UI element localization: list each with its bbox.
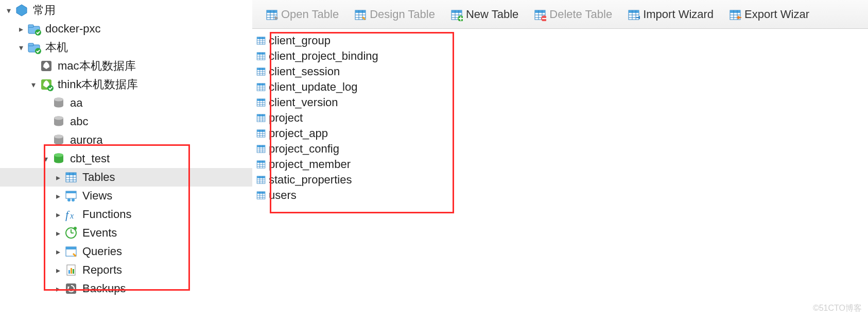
table-icon (255, 112, 267, 124)
t-design-icon (353, 8, 367, 21)
table-item[interactable]: project_member (255, 157, 868, 172)
table-item[interactable]: project (255, 110, 868, 126)
folder-link-icon (27, 40, 41, 55)
table-item[interactable]: client_version (255, 95, 868, 110)
node-functions[interactable]: Functions (0, 205, 252, 224)
expand-caret[interactable] (53, 210, 64, 220)
table-item[interactable]: project_app (255, 126, 868, 141)
expand-caret[interactable] (53, 265, 64, 275)
node-reports[interactable]: Reports (0, 261, 252, 279)
expand-caret[interactable] (3, 6, 14, 15)
export-wizard-button[interactable]: Export Wizar (721, 0, 817, 28)
tool-label: Open Table (281, 8, 339, 21)
new-table-button[interactable]: New Table (442, 0, 526, 28)
table-name: client_update_log (269, 80, 357, 94)
conn-local[interactable]: 本机 (0, 38, 252, 57)
tree-item-label: think本机数据库 (57, 77, 138, 92)
table-icon (255, 81, 267, 93)
report-icon (64, 263, 78, 277)
table-icon (255, 159, 267, 170)
tree-item-label: abc (69, 115, 88, 128)
db-think-local[interactable]: think本机数据库 (0, 75, 252, 94)
toolbar: Open TableDesign TableNew TableDelete Ta… (252, 0, 868, 29)
expand-caret[interactable] (40, 154, 51, 164)
expand-caret[interactable] (28, 80, 39, 90)
table-name: project_app (269, 127, 328, 140)
table-name: project_config (269, 142, 339, 156)
tree-item-label: docker-pxc (44, 22, 101, 36)
schema-abc[interactable]: abc (0, 112, 252, 131)
views-icon (64, 189, 78, 203)
table-icon (255, 66, 267, 77)
group-frequent[interactable]: 常用 (0, 1, 252, 20)
expand-caret[interactable] (15, 43, 27, 53)
tree-item-label: 常用 (32, 3, 56, 18)
table-name: client_session (269, 65, 340, 78)
table-icon (255, 143, 267, 155)
expand-caret[interactable] (53, 247, 64, 257)
table-item[interactable]: client_project_binding (255, 48, 868, 64)
t-export-icon (728, 8, 741, 21)
rocket-green-icon (39, 77, 54, 92)
expand-caret[interactable] (53, 284, 64, 294)
node-queries[interactable]: Queries (0, 242, 252, 261)
table-name: client_project_binding (269, 49, 378, 63)
table-item[interactable]: client_update_log (255, 79, 868, 95)
table-name: project_member (269, 158, 351, 171)
schema-aurora[interactable]: aurora (0, 131, 252, 149)
tree-item-label: Views (81, 189, 112, 203)
table-item[interactable]: users (255, 188, 868, 203)
table-name: project (269, 111, 303, 125)
tool-label: New Table (466, 8, 518, 21)
tool-label: Import Wizard (643, 8, 714, 21)
node-tables[interactable]: Tables (0, 168, 252, 187)
table-name: users (269, 189, 297, 202)
table-list: client_groupclient_project_bindingclient… (255, 33, 868, 203)
db-grey-icon (51, 114, 66, 129)
expand-caret[interactable] (53, 191, 64, 201)
conn-docker-pxc[interactable]: docker-pxc (0, 20, 252, 38)
tree-item-label: mac本机数据库 (57, 58, 136, 74)
table-item[interactable]: static_properties (255, 172, 868, 188)
tree-item-label: Reports (81, 263, 122, 277)
connection-tree: 常用docker-pxc本机mac本机数据库think本机数据库aaabcaur… (0, 0, 252, 318)
table-name: static_properties (269, 173, 352, 187)
fx-icon (64, 207, 78, 222)
node-events[interactable]: Events (0, 224, 252, 242)
node-views[interactable]: Views (0, 187, 252, 205)
expand-caret[interactable] (15, 24, 27, 34)
tree-item-label: aa (69, 96, 82, 110)
schema-aa[interactable]: aa (0, 94, 252, 112)
t-delete-icon (533, 8, 546, 21)
table-icon (255, 35, 267, 46)
open-table-button: Open Table (257, 0, 346, 28)
tree-item-label: Backups (81, 282, 126, 295)
tree-item-label: Events (81, 226, 117, 240)
import-wizard-button[interactable]: Import Wizard (619, 0, 721, 28)
schema-cbt-test[interactable]: cbt_test (0, 149, 252, 168)
table-item[interactable]: project_config (255, 141, 868, 157)
db-green-icon (51, 152, 66, 166)
db-grey-icon (51, 133, 66, 147)
tree-item-label: 本机 (44, 40, 68, 55)
backup-icon (64, 281, 78, 296)
table-item[interactable]: client_group (255, 33, 868, 48)
hexagon-icon (14, 3, 29, 18)
tool-label: Export Wizar (744, 8, 809, 21)
tree-item-label: aurora (69, 133, 103, 147)
db-mac-local[interactable]: mac本机数据库 (0, 57, 252, 75)
table-icon (255, 174, 267, 186)
expand-caret[interactable] (53, 228, 64, 238)
table-blue-icon (64, 170, 78, 185)
expand-caret[interactable] (53, 173, 64, 182)
tree-item-label: cbt_test (69, 152, 110, 165)
table-icon (255, 128, 267, 139)
query-icon (64, 244, 78, 259)
tree-item-label: Functions (81, 208, 131, 221)
delete-table-button: Delete Table (526, 0, 619, 28)
t-import-icon (627, 8, 640, 21)
design-table-button: Design Table (346, 0, 442, 28)
table-item[interactable]: client_session (255, 64, 868, 79)
node-backups[interactable]: Backups (0, 279, 252, 298)
tree-item-label: Tables (81, 171, 115, 184)
